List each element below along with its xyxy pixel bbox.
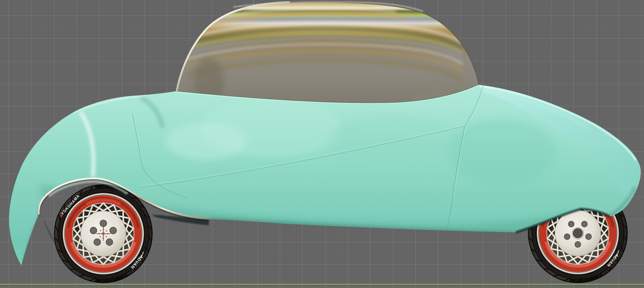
front-lug-hole [90,227,97,234]
body-reflection-door [165,122,247,160]
viewport-3d[interactable]: YOKOHAMA ADVAN ADVAN [0,0,644,288]
rear-lug-hole [575,242,581,247]
front-lug-hole [100,220,107,227]
front-lug-hole [110,227,117,234]
front-lug-hole [94,239,101,246]
rear-lug-hole [564,234,570,239]
body-reflection-quarter [447,119,556,185]
body-reflection-rear [328,117,458,166]
rear-center-bore [573,229,582,238]
front-lug-hole [106,239,113,246]
rear-lug-hole [582,221,587,227]
scene-svg: YOKOHAMA ADVAN ADVAN [0,0,644,288]
rear-lug-hole [586,234,591,239]
rear-lug-hole [568,221,574,227]
